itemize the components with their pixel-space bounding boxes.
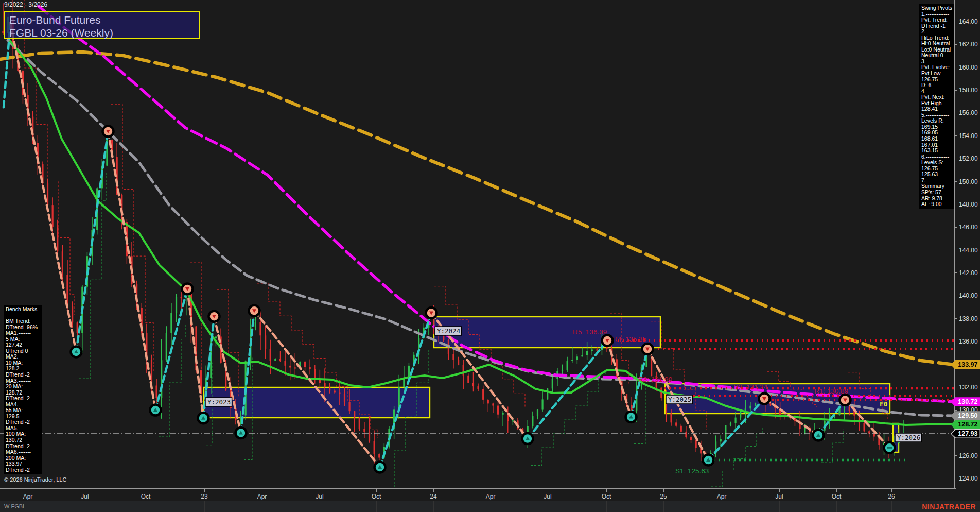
bench-marks-line: MA1.-------	[6, 330, 40, 336]
price-chart-canvas[interactable]: R5: 136.09R4: 135.35R3: 131.90R2: 131.24…	[0, 0, 956, 488]
copyright-text: © 2026 NinjaTrader, LLC	[4, 476, 66, 483]
price-axis[interactable]: 164.00162.00160.00158.00156.00154.00152.…	[954, 0, 980, 488]
time-tick	[663, 489, 664, 492]
time-tick-label: Oct	[372, 493, 381, 500]
price-tick-label: 162.00	[959, 41, 978, 48]
price-tick	[955, 181, 957, 182]
time-tick-label: Jul	[775, 493, 783, 500]
bench-marks-line: MA6.-------	[6, 449, 40, 455]
candle-body	[502, 413, 504, 415]
swing-level-label-s1: S1: 125.63	[675, 467, 709, 475]
price-marker-value: 133.97	[952, 361, 980, 369]
swing-pivots-line: Pvt. Trend:	[921, 17, 952, 23]
candle-body	[740, 412, 741, 418]
candle-body	[289, 366, 291, 368]
swing-level-label-r4: R4: 135.35	[612, 335, 646, 343]
candle-body	[591, 349, 593, 351]
candle-body	[374, 441, 375, 454]
candle-body	[304, 362, 306, 367]
price-tick	[955, 22, 957, 22]
swing-pivots-panel: Swing Pivots1.-------------Pvt. Trend:DT…	[919, 4, 954, 209]
price-tick	[955, 159, 957, 159]
candle-body	[487, 400, 489, 403]
candle-body	[363, 429, 365, 432]
swing-pivots-line: SP's: 57	[921, 190, 952, 196]
time-tick	[85, 489, 85, 492]
year-range-box[interactable]	[204, 387, 430, 418]
time-tick-label: Jul	[316, 493, 323, 500]
time-tick-label: Oct	[141, 493, 151, 500]
time-tick	[28, 489, 28, 492]
stop-trail-red	[111, 105, 153, 371]
swing-pivots-line: AF: 9.00	[921, 201, 952, 208]
price-tick	[955, 90, 957, 91]
candle-body	[695, 440, 697, 448]
candle-body	[685, 432, 687, 437]
tab-strip-separator	[722, 501, 722, 512]
tab-strip-separator	[320, 501, 320, 512]
price-tick	[955, 455, 957, 456]
swing-pivots-line: 168.61	[921, 136, 952, 142]
candle-body	[868, 431, 870, 433]
bench-marks-line: BM Trend:	[6, 318, 40, 325]
candle-body	[467, 376, 469, 383]
stop-trail-red	[13, 0, 74, 315]
bench-marks-line: DTrend -2	[6, 467, 40, 473]
candle-body	[403, 379, 405, 387]
chart-tab-strip: W FGBL NINJATRADER	[0, 501, 980, 512]
candle-body	[155, 386, 157, 398]
tab-strip-separator	[836, 501, 837, 512]
candle-body	[52, 205, 54, 227]
candle-body	[586, 351, 588, 355]
price-tick-label: 132.00	[959, 384, 978, 391]
price-tick-label: 150.00	[959, 178, 978, 185]
tab-strip-separator	[146, 501, 146, 512]
f0-label: F0	[880, 400, 888, 408]
candle-body	[675, 422, 677, 425]
candle-body	[339, 392, 340, 394]
candle-body	[255, 322, 256, 327]
candle-body	[680, 426, 682, 432]
time-axis[interactable]: AprJulOct23AprJulOct24AprJulOct25AprJulO…	[0, 488, 956, 501]
swing-level-label-r2: R2: 131.24	[733, 383, 768, 391]
candle-body	[660, 388, 662, 398]
price-tick-label: 138.00	[959, 315, 978, 322]
candle-body	[532, 416, 533, 426]
year-range-box[interactable]	[434, 317, 660, 348]
candle-body	[170, 313, 172, 333]
time-tick	[836, 489, 837, 492]
candle-body	[537, 410, 538, 416]
instrument-name: Euro-Bund Futures	[9, 13, 195, 26]
price-tick-label: 148.00	[959, 201, 978, 208]
candle-body	[72, 306, 73, 323]
price-marker-value: 128.72	[952, 421, 980, 429]
price-tick-label: 142.00	[959, 269, 978, 277]
tab-strip-separator	[28, 501, 28, 512]
candle-body	[562, 370, 563, 371]
price-tick-label: 164.00	[959, 18, 978, 25]
candle-body	[482, 389, 484, 400]
candle-body	[690, 437, 692, 440]
candle-body	[378, 454, 380, 458]
time-tick-label: Oct	[832, 493, 842, 500]
stop-trail-green	[531, 370, 605, 466]
ninjatrader-chart-window: R5: 136.09R4: 135.35R3: 131.90R2: 131.24…	[0, 0, 980, 512]
price-tick	[955, 296, 957, 296]
swing-pivots-line: Swing Pivots	[921, 5, 952, 11]
price-marker-tag: 129.50	[951, 411, 980, 420]
tab-w-fgbl[interactable]: W FGBL	[4, 503, 26, 509]
price-tick-label: 126.00	[959, 452, 978, 459]
tab-strip-separator	[376, 501, 377, 512]
instrument-title-box[interactable]: Euro-Bund Futures FGBL 03-26 (Weekly)	[4, 11, 200, 39]
candle-body	[181, 297, 182, 298]
time-tick-label: Apr	[717, 493, 727, 500]
swing-leg-up	[76, 131, 108, 352]
price-tick-label: 124.00	[959, 475, 978, 482]
time-tick-label: Apr	[486, 493, 496, 500]
bench-marks-panel: Bench Marks------------BM Trend:DTrend -…	[4, 305, 42, 474]
candle-body	[670, 413, 672, 422]
chart-date-range: 9/2022 - 3/2026	[4, 1, 47, 8]
candle-body	[477, 386, 479, 389]
stop-trail-green	[383, 349, 428, 488]
candle-body	[541, 399, 543, 409]
